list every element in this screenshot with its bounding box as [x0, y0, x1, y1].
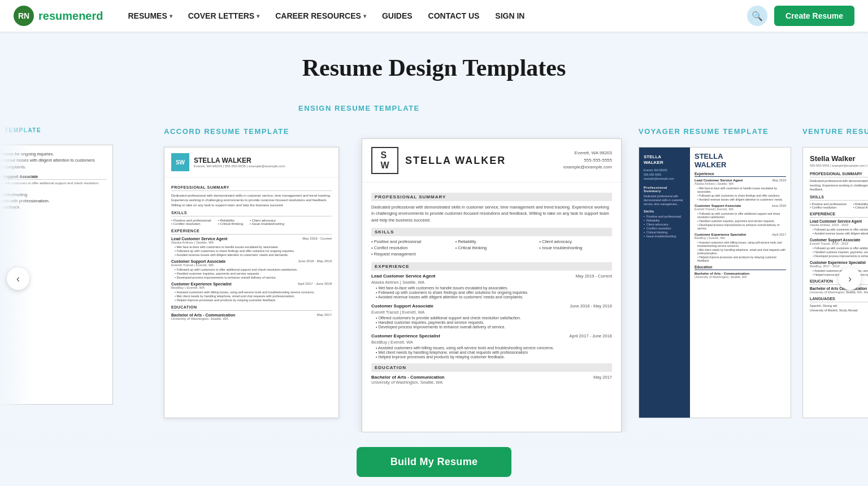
chevron-down-icon: ▾	[257, 13, 259, 19]
venture-label: VENTURE RESUME TE...	[802, 127, 868, 142]
nav-item-cover-letters[interactable]: COVER LETTERS ▾	[181, 7, 266, 25]
carousel-prev-button[interactable]: ‹	[7, 267, 29, 290]
voyager-label: VOYAGER RESUME TEMPLATE	[639, 127, 797, 142]
voyager-sidebar: STELLAWALKER Everett, WA 98203555-555-55…	[639, 147, 690, 418]
logo-text: resumenerd	[38, 10, 103, 23]
ensign-label: ENSIGN RESUME TEMPLATE	[298, 104, 581, 119]
accord-contact: Everett, WA 98203 | 555-555-5555 | examp…	[194, 164, 285, 168]
search-icon: 🔍	[752, 11, 763, 21]
ensign-header: SW STELLA WALKER Everett, WA 98203555-55…	[362, 139, 621, 183]
nav-item-resumes[interactable]: RESUMES ▾	[121, 7, 179, 25]
nav-item-signin[interactable]: SIGN IN	[488, 7, 531, 25]
logo[interactable]: RN resumenerd	[14, 6, 103, 26]
ensign-card[interactable]: SW STELLA WALKER Everett, WA 98203555-55…	[362, 138, 622, 432]
accord-template-section[interactable]: ACCORD RESUME TEMPLATE SW STELLA WALKER …	[158, 125, 350, 418]
ensign-name: STELLA WALKER	[405, 155, 563, 167]
accord-label: ACCORD RESUME TEMPLATE	[164, 127, 345, 142]
accord-monogram: SW	[171, 153, 189, 171]
nav-item-career-resources[interactable]: CAREER RESOURCES ▾	[268, 7, 373, 25]
create-resume-button[interactable]: Create Resume	[774, 6, 854, 26]
nav-item-contact[interactable]: CONTACT US	[422, 7, 487, 25]
carousel-next-button[interactable]: ›	[839, 267, 861, 290]
chevron-down-icon: ▾	[170, 13, 172, 19]
nav-links: RESUMES ▾ COVER LETTERS ▾ CAREER RESOURC…	[121, 7, 748, 25]
ensign-template-section[interactable]: SW STELLA WALKER Everett, WA 98203555-55…	[350, 125, 633, 432]
navbar: RN resumenerd RESUMES ▾ COVER LETTERS ▾ …	[0, 0, 868, 32]
template-carousel: ‹ › TEMPLATE ...offer solutions for ongo…	[0, 125, 868, 432]
build-resume-button[interactable]: Build My Resume	[357, 447, 512, 477]
accord-name: STELLA WALKER	[194, 157, 285, 164]
ensign-body: PROFESSIONAL SUMMARY Dedicated professio…	[362, 183, 621, 390]
voyager-main: STELLAWALKER Experience Lead Customer Se…	[690, 147, 791, 418]
search-button[interactable]: 🔍	[747, 6, 767, 26]
ensign-name-block: STELLA WALKER	[405, 155, 563, 167]
page-title: Resume Design Templates	[0, 54, 868, 81]
chevron-down-icon: ▾	[363, 13, 366, 19]
accord-header: SW STELLA WALKER Everett, WA 98203 | 555…	[164, 147, 338, 177]
build-btn-wrap: Build My Resume	[0, 438, 868, 486]
main-content: Resume Design Templates ENSIGN RESUME TE…	[0, 32, 868, 486]
accord-body: PROFESSIONAL SUMMARY Dedicated professio…	[164, 177, 338, 326]
voyager-template-section[interactable]: VOYAGER RESUME TEMPLATE STELLAWALKER Eve…	[633, 125, 802, 418]
logo-icon: RN	[14, 6, 34, 26]
nav-item-guides[interactable]: GUIDES	[375, 7, 419, 25]
nav-right: 🔍 Create Resume	[747, 6, 854, 26]
voyager-card[interactable]: STELLAWALKER Everett, WA 98203555-555-55…	[639, 147, 791, 418]
ensign-monogram: SW	[371, 147, 398, 174]
left-partial-label: TEMPLATE	[0, 127, 158, 140]
accord-card[interactable]: SW STELLA WALKER Everett, WA 98203 | 555…	[164, 147, 339, 418]
svg-text:RN: RN	[18, 11, 29, 20]
left-partial-template: TEMPLATE ...offer solutions for ongoing …	[0, 125, 158, 405]
templates-strip: TEMPLATE ...offer solutions for ongoing …	[0, 125, 868, 432]
ensign-contact: Everett, WA 98203555-555-5555example@exa…	[563, 150, 612, 171]
